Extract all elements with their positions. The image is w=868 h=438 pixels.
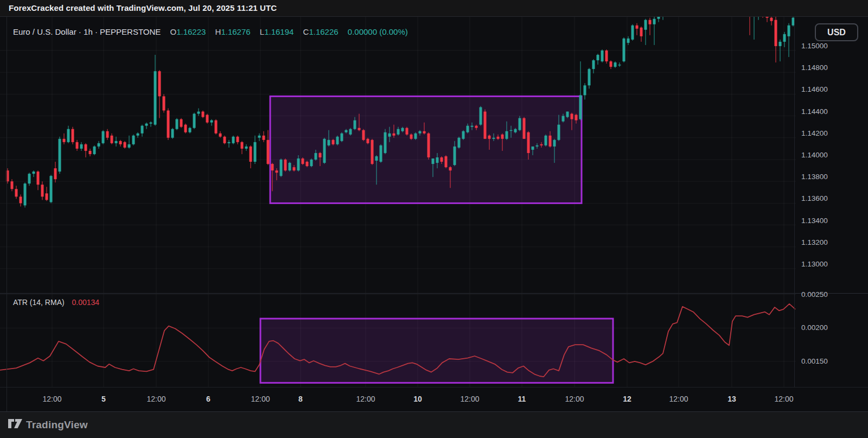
candle-down[interactable] bbox=[276, 170, 278, 173]
candle-up[interactable] bbox=[536, 145, 539, 147]
candle-up[interactable] bbox=[462, 131, 465, 139]
candle-up[interactable] bbox=[354, 120, 356, 129]
candle-up[interactable] bbox=[93, 147, 96, 154]
candle-down[interactable] bbox=[124, 142, 126, 148]
candle-up[interactable] bbox=[154, 71, 157, 124]
candle-down[interactable] bbox=[488, 136, 491, 139]
candle-down[interactable] bbox=[441, 157, 443, 162]
candle-up[interactable] bbox=[336, 137, 339, 144]
candle-up[interactable] bbox=[228, 142, 231, 143]
price-axis[interactable]: 1.150001.148001.146001.144001.142001.140… bbox=[796, 17, 868, 387]
candle-down[interactable] bbox=[119, 141, 122, 144]
candle-down[interactable] bbox=[184, 125, 187, 132]
candle-down[interactable] bbox=[72, 129, 74, 142]
candle-down[interactable] bbox=[406, 128, 409, 135]
candle-down[interactable] bbox=[250, 147, 252, 162]
candle-up[interactable] bbox=[510, 130, 513, 131]
candle-up[interactable] bbox=[545, 136, 547, 145]
candle-down[interactable] bbox=[241, 142, 244, 149]
candle-up[interactable] bbox=[193, 114, 196, 128]
candle-down[interactable] bbox=[605, 50, 608, 61]
candle-up[interactable] bbox=[128, 144, 131, 148]
candle-down[interactable] bbox=[85, 144, 87, 151]
tradingview-brand-text[interactable]: TradingView bbox=[26, 419, 88, 431]
candle-down[interactable] bbox=[410, 135, 413, 139]
candle-down[interactable] bbox=[237, 137, 239, 142]
candle-down[interactable] bbox=[423, 131, 426, 134]
candle-up[interactable] bbox=[401, 128, 404, 131]
candle-up[interactable] bbox=[783, 34, 786, 42]
main-legend[interactable]: Euro / U.S. Dollar · 1h · PEPPERSTONE O1… bbox=[13, 27, 408, 36]
candle-up[interactable] bbox=[115, 141, 118, 143]
candle-up[interactable] bbox=[519, 118, 521, 130]
candle-down[interactable] bbox=[37, 172, 40, 185]
candle-down[interactable] bbox=[158, 71, 161, 96]
candle-up[interactable] bbox=[310, 160, 313, 166]
candle-down[interactable] bbox=[501, 135, 504, 139]
candle-up[interactable] bbox=[245, 147, 248, 149]
candle-down[interactable] bbox=[775, 20, 777, 46]
atr-legend[interactable]: ATR (14, RMA) 0.00134 bbox=[13, 298, 99, 307]
candle-down[interactable] bbox=[271, 164, 274, 170]
candle-down[interactable] bbox=[41, 185, 44, 196]
candle-up[interactable] bbox=[458, 138, 461, 148]
candle-down[interactable] bbox=[358, 128, 361, 130]
candle-down[interactable] bbox=[106, 131, 109, 138]
candle-down[interactable] bbox=[319, 153, 322, 157]
candle-down[interactable] bbox=[54, 168, 57, 179]
candle-up[interactable] bbox=[627, 39, 630, 43]
candle-up[interactable] bbox=[98, 143, 100, 147]
candle-up[interactable] bbox=[601, 50, 604, 61]
candle-up[interactable] bbox=[788, 26, 790, 36]
candle-up[interactable] bbox=[471, 126, 474, 127]
tradingview-logo-icon[interactable] bbox=[8, 418, 23, 431]
candle-down[interactable] bbox=[180, 119, 183, 127]
candle-up[interactable] bbox=[150, 123, 152, 124]
candle-up[interactable] bbox=[258, 136, 261, 138]
candle-up[interactable] bbox=[584, 85, 586, 95]
candle-up[interactable] bbox=[328, 140, 330, 145]
candle-up[interactable] bbox=[388, 134, 391, 137]
candle-down[interactable] bbox=[367, 139, 369, 143]
candle-up[interactable] bbox=[588, 69, 591, 85]
candle-up[interactable] bbox=[436, 157, 439, 163]
candle-up[interactable] bbox=[658, 17, 660, 19]
candle-up[interactable] bbox=[566, 112, 569, 117]
candle-up[interactable] bbox=[289, 163, 291, 170]
candle-up[interactable] bbox=[345, 130, 348, 132]
candle-up[interactable] bbox=[480, 107, 482, 125]
candle-down[interactable] bbox=[302, 158, 304, 164]
atr-highlight-box[interactable] bbox=[260, 319, 613, 383]
candle-up[interactable] bbox=[137, 134, 139, 136]
candle-up[interactable] bbox=[558, 125, 560, 140]
candle-up[interactable] bbox=[50, 176, 53, 202]
candle-down[interactable] bbox=[332, 140, 335, 144]
candle-up[interactable] bbox=[232, 137, 235, 143]
atr-indicator-pane[interactable] bbox=[0, 294, 796, 387]
candle-up[interactable] bbox=[454, 147, 456, 165]
candle-up[interactable] bbox=[579, 95, 582, 119]
candle-up[interactable] bbox=[414, 134, 417, 139]
candle-down[interactable] bbox=[284, 160, 287, 170]
candle-up[interactable] bbox=[189, 128, 192, 132]
candle-down[interactable] bbox=[766, 17, 769, 18]
candle-down[interactable] bbox=[267, 140, 270, 164]
atr-title[interactable]: ATR (14, RMA) bbox=[13, 298, 65, 307]
currency-toggle-button[interactable]: USD bbox=[815, 23, 858, 41]
candle-up[interactable] bbox=[432, 158, 435, 164]
candle-up[interactable] bbox=[631, 26, 634, 40]
candle-up[interactable] bbox=[380, 145, 382, 162]
candle-up[interactable] bbox=[132, 136, 135, 144]
candle-up[interactable] bbox=[779, 42, 782, 46]
candle-up[interactable] bbox=[59, 139, 61, 172]
candle-up[interactable] bbox=[493, 138, 495, 139]
candle-up[interactable] bbox=[397, 129, 400, 135]
candle-up[interactable] bbox=[315, 153, 317, 160]
main-price-pane[interactable] bbox=[0, 17, 796, 293]
candle-up[interactable] bbox=[254, 142, 257, 162]
candle-down[interactable] bbox=[497, 137, 500, 139]
candle-up[interactable] bbox=[280, 160, 283, 176]
candle-down[interactable] bbox=[523, 118, 526, 139]
candle-up[interactable] bbox=[592, 60, 595, 69]
candle-up[interactable] bbox=[562, 116, 565, 122]
